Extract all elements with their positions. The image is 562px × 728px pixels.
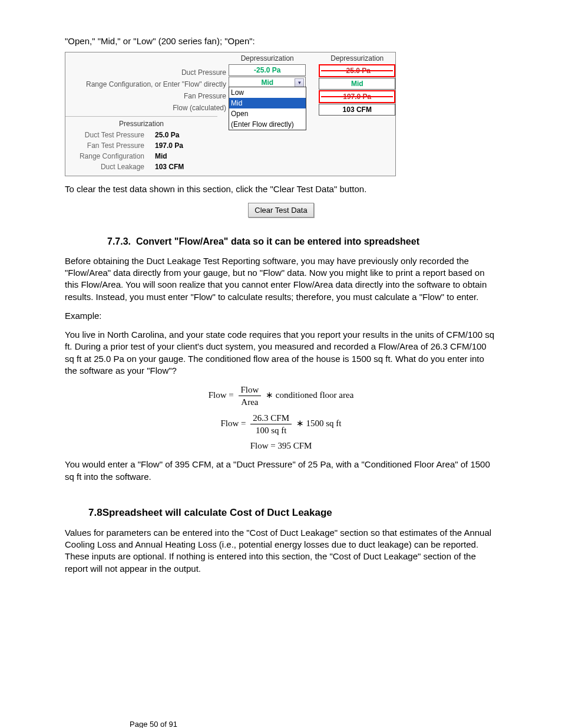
heading-773: 7.7.3. Convert "Flow/Area" data so it ca…	[107, 235, 497, 248]
equation-2: Flow = 26.3 CFM100 sq ft ∗ 1500 sq ft	[65, 412, 497, 437]
label-range: Range Configuration, or Enter "Flow" dir…	[67, 78, 226, 90]
bottom-val: 197.0 Pa	[155, 140, 183, 151]
duct-pressure-input[interactable]: -25.0 Pa	[229, 64, 306, 76]
dropdown-option-open[interactable]: Open	[229, 108, 306, 119]
screenshot-panel: Duct Pressure Range Configuration, or En…	[65, 52, 396, 176]
bottom-val: Mid	[155, 151, 167, 162]
range-dropdown[interactable]: Low Mid Open (Enter Flow directly)	[229, 87, 306, 130]
clear-test-data-button[interactable]: Clear Test Data	[248, 203, 313, 218]
right-val-2: Mid	[319, 78, 395, 90]
page-number: Page 50 of 91	[130, 719, 198, 728]
range-select-value: Mid	[261, 78, 273, 87]
bottom-label: Duct Leakage	[68, 162, 155, 172]
right-header: Depressurization	[319, 54, 395, 64]
bottom-label: Duct Test Pressure	[68, 130, 155, 140]
example-label: Example:	[65, 310, 497, 322]
dropdown-option-mid[interactable]: Mid	[229, 98, 306, 108]
clear-instruction: To clear the test data shown in this sec…	[65, 183, 497, 195]
bottom-label: Fan Test Pressure	[68, 140, 155, 151]
equation-3: Flow = 395 CFM	[65, 440, 497, 452]
right-val-1: -25.0 Pa	[319, 64, 395, 77]
bottom-val: 25.0 Pa	[155, 130, 179, 140]
para-773a: Before obtaining the Duct Leakage Test R…	[65, 255, 497, 303]
dropdown-option-low[interactable]: Low	[229, 87, 306, 98]
right-val-3: 197.0 Pa	[319, 90, 395, 103]
label-flow: Flow (calculated)	[67, 102, 226, 114]
label-duct-pressure: Duct Pressure	[67, 67, 226, 78]
equation-1: Flow = FlowArea ∗ conditioned floor area	[65, 384, 497, 409]
bottom-val: 103 CFM	[155, 162, 184, 172]
intro-text: "Open," "Mid," or "Low" (200 series fan)…	[65, 35, 497, 47]
page-footer: Page 50 of 91 ©Retrotec Inc. 2015	[130, 719, 198, 728]
bottom-header: Pressurization	[68, 119, 215, 129]
bottom-label: Range Configuration	[68, 151, 155, 162]
dropdown-option-enter[interactable]: (Enter Flow directly)	[229, 119, 306, 130]
para-773c: You would enter a "Flow" of 395 CFM, at …	[65, 459, 497, 483]
mid-header: Depressurization	[229, 54, 306, 64]
right-val-4: 103 CFM	[319, 104, 395, 116]
para-773b: You live in North Carolina, and your sta…	[65, 329, 497, 377]
heading-78: 7.8Spreadsheet will calculate Cost of Du…	[88, 506, 497, 520]
label-fan-pressure: Fan Pressure	[67, 90, 226, 102]
para-78: Values for parameters can be entered int…	[65, 527, 497, 575]
